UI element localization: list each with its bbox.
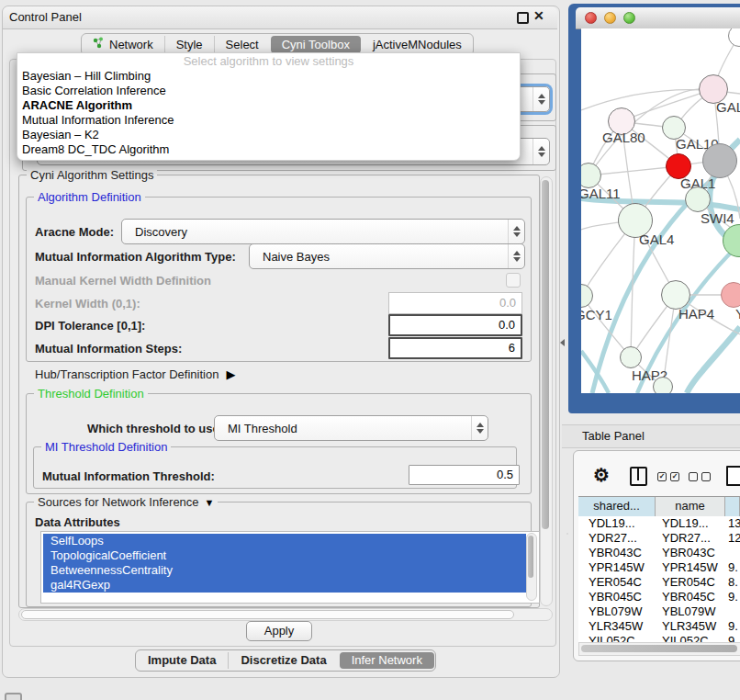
select-all-columns-icon[interactable]: ✓✓: [657, 472, 679, 481]
control-panel-title: Control Panel: [9, 10, 82, 24]
settings-hscrollbar-thumb[interactable]: [21, 610, 514, 619]
close-icon[interactable]: ✕: [533, 8, 544, 23]
mi-threshold-field[interactable]: 0.5: [409, 465, 520, 485]
combo-stepper-icon: [508, 244, 524, 268]
data-attribute-item-selected[interactable]: BetweennessCentrality: [43, 563, 526, 578]
network-node-label: GAL: [716, 99, 740, 115]
table-row[interactable]: YBL079WYBL079W: [578, 604, 740, 619]
aracne-mode-combo[interactable]: Discovery: [121, 219, 525, 244]
network-node[interactable]: [653, 377, 673, 393]
network-node-label: SWI4: [701, 210, 734, 226]
data-attributes-list[interactable]: SelfLoopsTopologicalCoefficientBetweenne…: [40, 531, 540, 604]
float-window-icon[interactable]: [517, 12, 529, 24]
network-icon: [93, 36, 105, 53]
bottom-tab-infer-network[interactable]: Infer Network: [340, 652, 434, 669]
cyni-settings-legend: Cyni Algorithm Settings: [27, 168, 157, 182]
aracne-mode-value: Discovery: [122, 225, 508, 239]
sources-legend: Sources for Network Inference: [38, 495, 199, 509]
network-node-label: HAP4: [678, 306, 714, 322]
dpi-tolerance-field[interactable]: 0.0: [388, 314, 522, 336]
algorithm-option[interactable]: Basic Correlation Inference: [17, 84, 520, 98]
hub-definition-expander[interactable]: Hub/Transcription Factor Definition ▶: [35, 367, 235, 381]
tab-network[interactable]: Network: [82, 36, 164, 53]
data-attribute-item-selected[interactable]: SelfLoops: [43, 534, 526, 548]
minimized-panel-icon[interactable]: [5, 693, 22, 700]
manual-kernel-label: Manual Kernel Width Definition: [35, 274, 211, 288]
table-row[interactable]: YPR145WYPR145W9.: [578, 560, 740, 575]
tab-style[interactable]: Style: [164, 36, 214, 53]
table-cell: YER054C: [578, 575, 656, 590]
network-node-swi4[interactable]: [685, 186, 711, 212]
tab-cyni-toolbox[interactable]: Cyni Toolbox: [271, 36, 361, 53]
network-canvas[interactable]: GALGAL80GAL10GAL1GAL11SWI4GAL4GCY1HAP4YH…: [581, 28, 740, 393]
column-header-cut[interactable]: [725, 497, 740, 516]
column-header-name[interactable]: name: [656, 497, 725, 516]
attr-list-scrollbar[interactable]: [526, 533, 537, 601]
apply-button[interactable]: Apply: [246, 621, 312, 641]
algorithm-option[interactable]: Bayesian – Hill Climbing: [17, 69, 520, 84]
table-cell: 8.: [725, 575, 740, 590]
table-cell: YDR27...: [578, 531, 656, 546]
table-row[interactable]: YDR27...YDR27...12: [578, 531, 740, 546]
kernel-width-field[interactable]: 0.0: [388, 292, 522, 314]
table-row[interactable]: YLR345WYLR345W9.: [578, 619, 740, 634]
mi-type-combo[interactable]: Naive Bayes: [249, 243, 525, 269]
algorithm-option[interactable]: Mutual Information Inference: [17, 113, 520, 128]
deselect-all-columns-icon[interactable]: [689, 472, 711, 481]
network-window-titlebar[interactable]: [576, 7, 740, 29]
settings-vscrollbar[interactable]: [540, 176, 553, 606]
mac-zoom-icon[interactable]: [623, 12, 635, 24]
app-root: { "control_panel": { "title": "Control P…: [0, 0, 740, 700]
tab-jactivemnodules[interactable]: jActiveMNodules: [362, 36, 473, 53]
collapse-down-icon[interactable]: ▼: [205, 497, 215, 508]
mi-threshold-label: Mutual Information Threshold:: [42, 469, 215, 483]
mi-steps-field[interactable]: 6: [388, 337, 522, 359]
network-node[interactable]: [702, 143, 737, 178]
split-columns-icon[interactable]: [630, 467, 647, 486]
table-cell: [725, 604, 740, 619]
network-node-hap2[interactable]: [620, 346, 642, 368]
table-panel-title: Table Panel: [582, 429, 645, 443]
splitter-collapse-icon[interactable]: [560, 339, 565, 346]
table-hscrollbar-thumb[interactable]: [581, 645, 737, 652]
table-cell: YDR27...: [656, 531, 725, 546]
combo-stepper-icon: [533, 139, 549, 164]
gear-icon[interactable]: ⚙: [593, 464, 610, 486]
mi-threshold-definition-legend: MI Threshold Definition: [41, 440, 171, 454]
combo-stepper-icon: [471, 416, 488, 440]
algorithm-option[interactable]: Dream8 DC_TDC Algorithm: [17, 142, 520, 157]
settings-hscrollbar[interactable]: [18, 608, 553, 621]
data-attribute-item-selected[interactable]: TopologicalCoefficient: [43, 548, 526, 563]
combo-stepper-icon: [533, 87, 549, 111]
manual-kernel-checkbox[interactable]: [506, 273, 521, 288]
mac-minimize-icon[interactable]: [604, 12, 616, 24]
algorithm-option[interactable]: Bayesian – K2: [17, 128, 520, 142]
table-cell: YBL079W: [656, 604, 725, 619]
table-cell: YDL19...: [578, 516, 656, 531]
table-row[interactable]: YBR045CYBR045C9.: [578, 590, 740, 604]
table-row[interactable]: YDL19...YDL19...13: [578, 516, 740, 531]
mac-close-icon[interactable]: [585, 12, 597, 24]
document-icon[interactable]: [726, 466, 740, 486]
table-row[interactable]: YBR043CYBR043C: [578, 546, 740, 560]
data-attribute-item-selected[interactable]: gal4RGexp: [43, 578, 526, 593]
table-cell: 9.: [725, 560, 740, 575]
which-threshold-combo[interactable]: MI Threshold: [214, 415, 488, 441]
bottom-tab-discretize-data[interactable]: Discretize Data: [228, 652, 338, 669]
tab-select[interactable]: Select: [214, 36, 270, 53]
table-cell: 9.: [725, 619, 740, 634]
column-header-shared-name[interactable]: shared...: [578, 497, 656, 516]
table-cell: 9.: [725, 590, 740, 604]
settings-vscrollbar-thumb[interactable]: [542, 180, 549, 529]
bottom-tab-impute-data[interactable]: Impute Data: [136, 652, 228, 669]
network-node-y[interactable]: [721, 282, 740, 308]
table-row[interactable]: YER054CYER054C8.: [578, 575, 740, 590]
table-cell: YPR145W: [656, 560, 725, 575]
algorithm-option[interactable]: ARACNE Algorithm: [17, 98, 520, 113]
table-cell: YLR345W: [578, 619, 656, 634]
table-hscrollbar[interactable]: [578, 642, 740, 656]
combo-stepper-icon: [508, 220, 524, 243]
attr-list-scrollbar-thumb[interactable]: [528, 536, 533, 578]
network-node-label: GCY1: [581, 307, 612, 322]
table-cell: YER054C: [656, 575, 725, 590]
